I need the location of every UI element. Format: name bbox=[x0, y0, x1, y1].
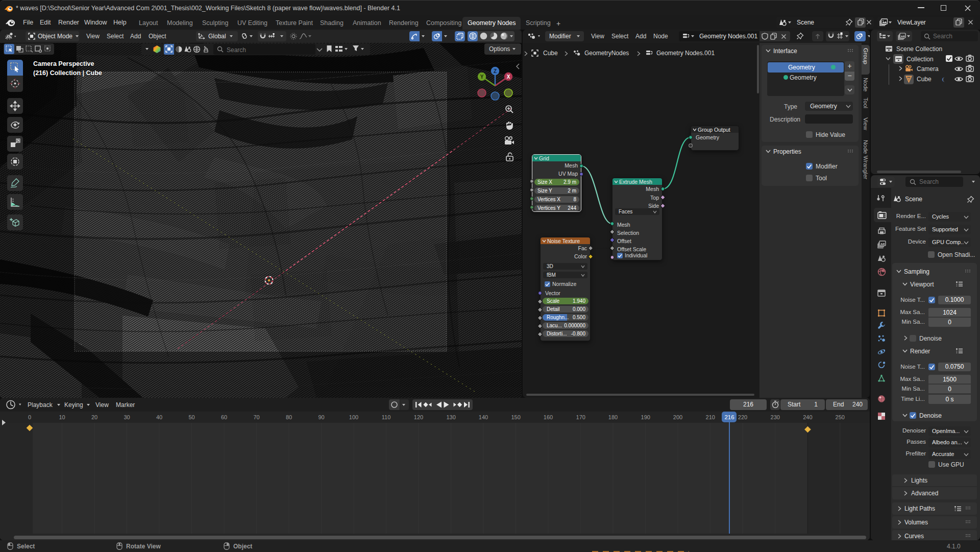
svg-text:Z: Z bbox=[494, 68, 497, 74]
svg-text:70: 70 bbox=[253, 414, 259, 420]
svg-text:190: 190 bbox=[641, 414, 650, 420]
svg-text:90: 90 bbox=[318, 414, 324, 420]
svg-text:100: 100 bbox=[349, 414, 358, 420]
svg-text:216: 216 bbox=[724, 414, 734, 420]
svg-text:80: 80 bbox=[286, 414, 292, 420]
svg-text:210: 210 bbox=[706, 414, 715, 420]
svg-text:120: 120 bbox=[414, 414, 423, 420]
svg-text:240: 240 bbox=[803, 414, 812, 420]
svg-text:60: 60 bbox=[221, 414, 227, 420]
svg-text:170: 170 bbox=[576, 414, 585, 420]
svg-text:Y: Y bbox=[480, 74, 484, 80]
svg-text:20: 20 bbox=[91, 414, 97, 420]
svg-text:220: 220 bbox=[738, 414, 747, 420]
svg-text:150: 150 bbox=[511, 414, 520, 420]
svg-text:X: X bbox=[507, 74, 510, 80]
svg-text:140: 140 bbox=[479, 414, 488, 420]
svg-text:50: 50 bbox=[188, 414, 194, 420]
svg-text:250: 250 bbox=[836, 414, 845, 420]
svg-text:40: 40 bbox=[156, 414, 162, 420]
svg-text:200: 200 bbox=[673, 414, 682, 420]
svg-text:10: 10 bbox=[59, 414, 65, 420]
svg-text:130: 130 bbox=[446, 414, 455, 420]
svg-text:180: 180 bbox=[608, 414, 618, 420]
svg-text:0: 0 bbox=[28, 414, 31, 420]
svg-text:30: 30 bbox=[124, 414, 130, 420]
svg-text:230: 230 bbox=[771, 414, 780, 420]
svg-text:110: 110 bbox=[382, 414, 391, 420]
svg-text:160: 160 bbox=[544, 414, 553, 420]
